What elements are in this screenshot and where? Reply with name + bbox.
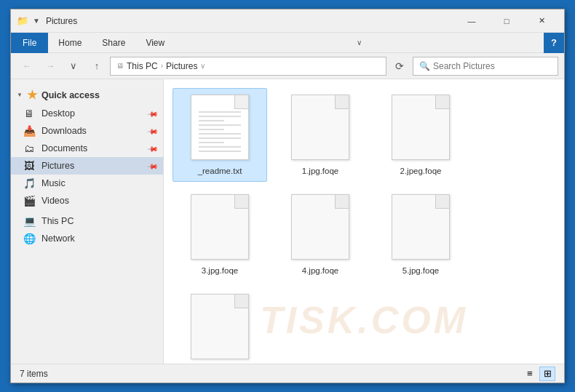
path-pictures[interactable]: Pictures — [166, 61, 197, 71]
pictures-icon: 🖼 — [23, 159, 36, 172]
sidebar-item-videos[interactable]: 🎬 Videos — [11, 192, 163, 209]
path-this-pc[interactable]: This PC — [127, 61, 158, 71]
file-name-1: 1.jpg.foqe — [302, 167, 339, 175]
sidebar-this-pc-label: This PC — [41, 216, 74, 226]
list-view-icon: ≡ — [527, 368, 533, 379]
files-grid: _readme.txt 1.jpg.foqe 2.jpeg.foqe — [172, 88, 555, 364]
file-item-1[interactable]: 1.jpg.foqe — [273, 88, 368, 182]
this-pc-icon: 💻 — [23, 215, 36, 228]
minimize-button[interactable]: — — [455, 9, 488, 33]
sidebar-item-music[interactable]: 🎵 Music — [11, 175, 163, 192]
title-bar: 📁 ▼ Pictures — □ ✕ — [11, 9, 564, 33]
path-dropdown: ∨ — [200, 62, 205, 70]
downloads-icon: 📥 — [23, 124, 36, 137]
file-icon-readme — [187, 95, 253, 164]
refresh-button[interactable]: ⟳ — [389, 57, 410, 76]
file-area: TISK.COM — [164, 79, 564, 364]
window-controls: — □ ✕ — [455, 9, 558, 33]
file-item-2[interactable]: 2.jpeg.foqe — [373, 88, 468, 182]
list-view-button[interactable]: ≡ — [522, 367, 538, 381]
address-bar: ← → ∨ ↑ 🖥 This PC › Pictures ∨ ⟳ 🔍 — [11, 53, 564, 79]
file-item-3[interactable]: 3.jpg.foqe — [172, 188, 267, 281]
sidebar-network-label: Network — [41, 233, 75, 244]
file-icon-3 — [187, 194, 253, 263]
music-icon: 🎵 — [23, 177, 36, 190]
path-pc-icon: 🖥 — [116, 62, 124, 70]
sidebar-pictures-label: Pictures — [41, 161, 74, 171]
file-icon-2 — [388, 95, 453, 164]
sidebar-item-this-pc[interactable]: 💻 This PC — [11, 212, 163, 230]
main-content: ▼ ★ Quick access 🖥 Desktop 📌 📥 Downloads… — [11, 79, 564, 364]
home-menu-item[interactable]: Home — [48, 33, 92, 53]
ribbon-chevron[interactable]: ∨ — [351, 39, 368, 47]
large-icon-view-icon: ⊞ — [544, 368, 552, 379]
sidebar-item-documents[interactable]: 🗂 Documents 📌 — [11, 140, 163, 157]
address-path: 🖥 This PC › Pictures ∨ — [110, 57, 386, 76]
sidebar-desktop-label: Desktop — [41, 108, 75, 119]
chevron-down-icon: ▼ — [17, 92, 23, 98]
pin-icon-pictures: 📌 — [147, 160, 159, 172]
forward-button[interactable]: → — [40, 57, 60, 76]
file-icon-4 — [288, 194, 353, 263]
file-name-readme: _readme.txt — [198, 167, 242, 175]
back-button[interactable]: ← — [17, 57, 37, 76]
file-name-5: 5.jpg.foqe — [402, 266, 440, 275]
pin-icon-downloads: 📌 — [147, 125, 159, 137]
file-item-4[interactable]: 4.jpg.foqe — [273, 188, 368, 281]
recent-locations-button[interactable]: ∨ — [63, 57, 84, 76]
sidebar-music-label: Music — [41, 178, 66, 188]
file-item-readme[interactable]: _readme.txt — [172, 88, 267, 182]
file-name-2: 2.jpeg.foqe — [400, 167, 442, 175]
sidebar-downloads-label: Downloads — [41, 126, 87, 136]
file-item-6[interactable]: 6.jpg.foqe — [172, 287, 267, 364]
help-button[interactable]: ? — [544, 33, 564, 53]
path-sep-1: › — [161, 62, 163, 70]
pin-icon-documents: 📌 — [147, 143, 159, 154]
sidebar-item-pictures[interactable]: 🖼 Pictures 📌 — [11, 157, 163, 175]
documents-icon: 🗂 — [23, 142, 36, 155]
search-input[interactable] — [433, 61, 552, 71]
sidebar-item-desktop[interactable]: 🖥 Desktop 📌 — [11, 105, 163, 122]
videos-icon: 🎬 — [23, 194, 36, 207]
item-count: 7 items — [20, 369, 48, 379]
search-box: 🔍 — [413, 57, 558, 76]
status-bar: 7 items ≡ ⊞ — [11, 364, 564, 383]
network-icon: 🌐 — [23, 232, 36, 245]
file-icon-6 — [187, 294, 253, 363]
file-icon-1 — [288, 95, 353, 164]
view-menu-item[interactable]: View — [135, 33, 175, 53]
large-icon-view-button[interactable]: ⊞ — [539, 367, 555, 381]
close-button[interactable]: ✕ — [525, 9, 558, 33]
sidebar-item-downloads[interactable]: 📥 Downloads 📌 — [11, 122, 163, 140]
sidebar-quick-access-header[interactable]: ▼ ★ Quick access — [11, 85, 163, 105]
maximize-button[interactable]: □ — [490, 9, 523, 33]
search-icon: 🔍 — [419, 61, 430, 71]
desktop-icon: 🖥 — [23, 107, 36, 120]
file-name-3: 3.jpg.foqe — [202, 266, 239, 275]
menu-bar: File Home Share View ∨ ? — [11, 33, 564, 53]
title-bar-title: Pictures — [46, 16, 455, 26]
share-menu-item[interactable]: Share — [92, 33, 135, 53]
quick-access-label: Quick access — [41, 90, 100, 100]
sidebar-videos-label: Videos — [41, 196, 69, 206]
view-toggle: ≡ ⊞ — [522, 367, 555, 381]
up-button[interactable]: ↑ — [87, 57, 107, 76]
explorer-window: 📁 ▼ Pictures — □ ✕ File Home Share View … — [10, 9, 565, 383]
star-icon: ★ — [27, 88, 37, 102]
file-item-5[interactable]: 5.jpg.foqe — [373, 188, 468, 281]
sidebar-item-network[interactable]: 🌐 Network — [11, 230, 163, 247]
file-menu-button[interactable]: File — [11, 33, 48, 53]
sidebar: ▼ ★ Quick access 🖥 Desktop 📌 📥 Downloads… — [11, 79, 164, 364]
file-icon-5 — [388, 194, 453, 263]
pin-icon: 📌 — [147, 108, 159, 119]
file-name-4: 4.jpg.foqe — [302, 266, 339, 275]
title-bar-icons: 📁 ▼ — [17, 15, 40, 26]
sidebar-documents-label: Documents — [41, 143, 87, 153]
